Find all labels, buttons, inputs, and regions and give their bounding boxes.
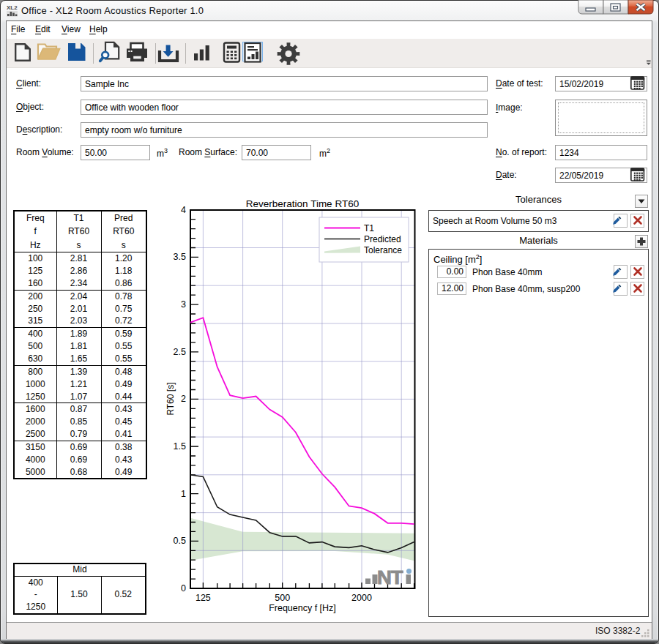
svg-text:3: 3 <box>181 299 186 310</box>
svg-text:0.5: 0.5 <box>174 536 186 546</box>
svg-text:1: 1 <box>181 489 186 499</box>
svg-text:125: 125 <box>196 593 211 603</box>
svg-text:3.5: 3.5 <box>174 252 186 262</box>
svg-text:Tolerance: Tolerance <box>364 245 402 255</box>
svg-text:Frequency f [Hz]: Frequency f [Hz] <box>269 603 336 613</box>
svg-text:2.5: 2.5 <box>174 347 186 357</box>
svg-text:0: 0 <box>181 583 186 594</box>
svg-text:Predicted: Predicted <box>364 234 401 244</box>
svg-text:Reverberation Time RT60: Reverberation Time RT60 <box>246 198 359 209</box>
svg-text:T1: T1 <box>364 223 374 233</box>
svg-text:500: 500 <box>275 593 290 603</box>
svg-text:NT: NT <box>377 567 403 588</box>
svg-text:2000: 2000 <box>351 593 372 603</box>
svg-text:2: 2 <box>181 394 186 404</box>
svg-text:4: 4 <box>181 205 186 215</box>
svg-text:RT60 [s]: RT60 [s] <box>165 382 176 415</box>
svg-text:1.5: 1.5 <box>174 441 186 452</box>
